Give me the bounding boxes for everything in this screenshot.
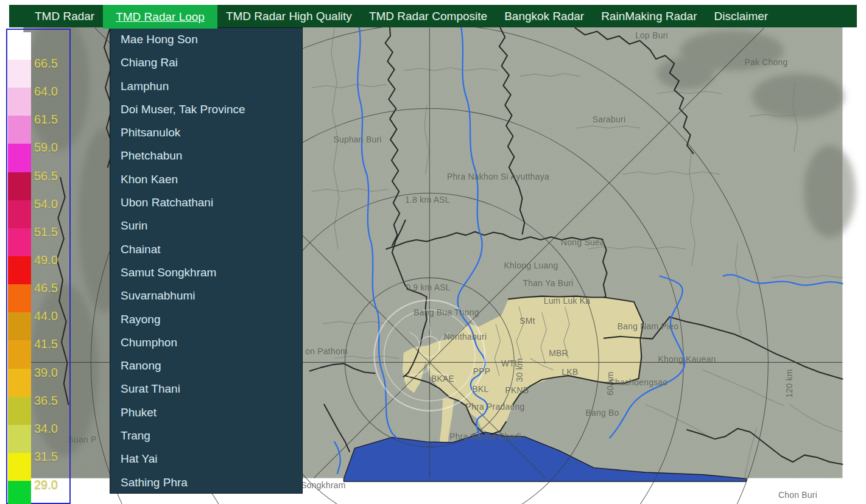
dropdown-item-suvarnabhumi[interactable]: Suvarnabhumi	[110, 284, 302, 307]
dropdown-item-lamphun[interactable]: Lamphun	[110, 75, 302, 98]
map-label-60-km: 60 km	[605, 371, 615, 395]
map-label-than-ya-buri: Than Ya Buri	[523, 278, 574, 288]
legend-value-label: 64.0	[34, 85, 69, 99]
map-label-lkb: LKB	[561, 367, 578, 377]
map-label-pknb: PKNB	[505, 385, 529, 395]
legend-color-band	[8, 481, 31, 504]
map-label-ppp: PPP	[473, 366, 491, 376]
map-label-120-km: 120 km	[784, 369, 794, 397]
map-label-chon-buri: Chon Buri	[778, 490, 817, 500]
legend-value-label: 59.0	[34, 141, 69, 155]
dropdown-item-phuket[interactable]: Phuket	[110, 401, 302, 424]
map-label-phra-nakhon-si-ayutthaya: Phra Nakhon Si Ayutthaya	[447, 172, 549, 181]
map-label-30-km: 30 km	[515, 358, 524, 382]
map-label-lop-buri: Lop Buri	[635, 30, 668, 40]
dropdown-item-chumphon[interactable]: Chumphon	[110, 331, 302, 354]
map-label-on-pathom: on Pathom	[305, 346, 348, 356]
legend-value-label: 39.0	[34, 365, 69, 379]
legend-value-label: 44.0	[34, 309, 69, 323]
map-label-bang-bo: Bang Bo	[585, 408, 619, 418]
dropdown-item-samut-songkhram[interactable]: Samut Songkhram	[110, 261, 302, 284]
legend-value-label: 56.5	[34, 169, 69, 183]
legend-value-label: 29.0	[34, 478, 69, 492]
map-label-nong-suea: Nong Suea	[561, 237, 605, 247]
legend-value-label: 51.5	[34, 225, 69, 239]
map-label-chachoengsao: Chachoengsao	[609, 377, 668, 387]
legend-color-band	[8, 60, 31, 88]
legend-value-label: 34.0	[34, 421, 69, 435]
legend-color-band	[8, 256, 31, 284]
map-label-phra-pradaeng: Phra Pradaeng	[466, 402, 525, 411]
map-label-pak-chong: Pak Chong	[744, 57, 787, 67]
dropdown-item-phitsanulok[interactable]: Phitsanulok	[110, 121, 302, 144]
nav-item-tmd-radar-loop[interactable]: TMD Radar Loop	[103, 5, 217, 29]
map-label-khlong-luang: Khlong Luang	[504, 261, 558, 270]
dropdown-item-surin[interactable]: Surin	[110, 214, 302, 237]
reflectivity-color-scale: 66.564.061.559.056.554.051.549.046.544.0…	[6, 29, 71, 504]
map-label-suphan-buri: Suphan Buri	[333, 135, 381, 144]
legend-color-band	[8, 312, 31, 340]
nav-item-tmd-radar-composite[interactable]: TMD Radar Composite	[361, 5, 496, 27]
dropdown-item-khon-kaen[interactable]: Khon Kaen	[110, 168, 302, 191]
map-label-0-9-km-asl: 0.9 km ASL	[406, 282, 451, 292]
dropdown-item-ranong[interactable]: Ranong	[110, 354, 302, 377]
dropdown-item-mae-hong-son[interactable]: Mae Hong Son	[110, 28, 302, 51]
legend-value-label: 66.5	[34, 57, 69, 71]
map-label-bkl: BKL	[472, 384, 488, 394]
legend-color-band	[8, 397, 31, 425]
dropdown-item-doi-muser-tak-province[interactable]: Doi Muser, Tak Province	[110, 98, 302, 121]
legend-color-band	[8, 369, 31, 397]
legend-value-label: 36.5	[34, 393, 69, 407]
top-navbar: TMD RadarTMD Radar LoopTMD Radar High Qu…	[9, 5, 857, 27]
map-label-smt: SMt	[519, 316, 535, 326]
legend-value-label: 49.0	[34, 253, 69, 267]
legend-value-label: 61.5	[34, 113, 69, 127]
map-label-khong-kauean: Khong Kauean	[658, 354, 716, 364]
legend-color-band	[8, 32, 31, 60]
dropdown-item-phetchabun[interactable]: Phetchabun	[110, 144, 302, 167]
map-label-nonthaburi: Nonthaburi	[444, 332, 487, 341]
nav-item-disclaimer[interactable]: Disclaimer	[705, 5, 776, 27]
nav-item-tmd-radar[interactable]: TMD Radar	[26, 5, 103, 27]
map-label-saraburi: Saraburi	[593, 114, 626, 124]
dropdown-item-trang[interactable]: Trang	[110, 424, 302, 447]
legend-value-label: 41.5	[34, 337, 69, 351]
nav-item-rainmaking-radar[interactable]: RainMaking Radar	[593, 5, 705, 27]
map-label-1-8-km-asl: 1.8 km ASL	[405, 195, 450, 205]
legend-color-band	[8, 144, 31, 172]
map-label-suan-p: Suan P	[68, 435, 96, 444]
legend-color-band	[8, 340, 31, 368]
map-label-mbr: MBR	[549, 348, 568, 358]
map-label-bkae: BKAE	[431, 374, 454, 383]
legend-color-band	[8, 200, 31, 228]
dropdown-item-chiang-rai[interactable]: Chiang Rai	[110, 51, 302, 74]
legend-color-band	[8, 425, 31, 453]
legend-color-band	[8, 228, 31, 256]
legend-color-band	[8, 116, 31, 144]
map-label-phra-samut-chedi: Phra Samut Chedi	[449, 432, 521, 441]
legend-value-label: 31.5	[34, 449, 69, 463]
map-label-bang-nam-pieo: Bang Nam Pieo	[618, 321, 679, 331]
nav-item-bangkok-radar[interactable]: Bangkok Radar	[496, 5, 593, 27]
legend-color-band	[8, 284, 31, 312]
legend-value-label: 54.0	[34, 197, 69, 211]
radar-loop-dropdown-menu: Mae Hong SonChiang RaiLamphunDoi Muser, …	[110, 27, 303, 494]
dropdown-item-chainat[interactable]: Chainat	[110, 238, 302, 261]
map-label-lum-luk-ka: Lum Luk Ka	[544, 296, 591, 306]
map-label-bang-bua-thong: Bang Bua Thong	[414, 307, 479, 317]
dropdown-item-surat-thani[interactable]: Surat Thani	[110, 377, 302, 401]
legend-color-band	[8, 172, 31, 200]
legend-color-band	[8, 88, 31, 116]
dropdown-item-hat-yai[interactable]: Hat Yai	[110, 447, 302, 471]
nav-item-tmd-radar-high-quality[interactable]: TMD Radar High Quality	[217, 5, 361, 27]
dropdown-item-rayong[interactable]: Rayong	[110, 308, 302, 331]
legend-value-label: 46.5	[34, 281, 69, 295]
map-label-songkhram: Songkhram	[301, 480, 345, 490]
legend-color-band	[8, 453, 31, 481]
dropdown-item-ubon-ratchathani[interactable]: Ubon Ratchathani	[110, 191, 302, 214]
dropdown-item-sathing-phra[interactable]: Sathing Phra	[110, 471, 302, 494]
